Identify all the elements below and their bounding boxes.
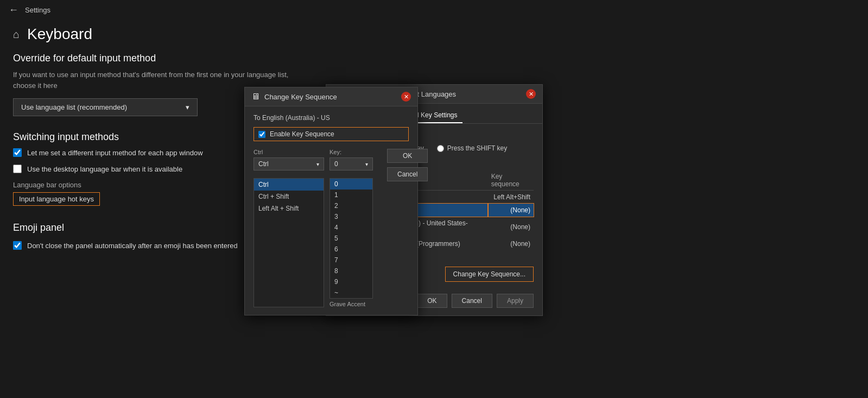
input-language-hot-keys-link[interactable]: Input language hot keys xyxy=(13,192,100,206)
key-dropdown-value: 0 xyxy=(334,160,338,168)
different-input-checkbox[interactable] xyxy=(13,148,22,157)
key-list-item[interactable]: 3 xyxy=(330,211,372,222)
key-list-item[interactable]: 2 xyxy=(330,200,372,211)
table-cell-keyseq: (None) xyxy=(488,237,534,250)
ctrl-selector-group: Ctrl Ctrl ▾ xyxy=(254,149,324,170)
shift-key-label: Press the SHIFT key xyxy=(447,144,507,152)
key-list[interactable]: 0123456789~ xyxy=(330,178,373,299)
key-list-item[interactable]: 0 xyxy=(330,179,372,189)
col-key-seq: Key sequence xyxy=(488,170,534,191)
enable-key-sequence-label: Enable Key Sequence xyxy=(270,130,334,138)
key-list-item[interactable]: 4 xyxy=(330,222,372,233)
change-key-close-button[interactable]: ✕ xyxy=(401,92,411,102)
change-key-title-bar: 🖥 Change Key Sequence ✕ xyxy=(245,87,417,106)
change-key-title-left: 🖥 Change Key Sequence xyxy=(251,92,337,102)
back-button[interactable]: ← xyxy=(9,4,18,16)
desktop-lang-bar-checkbox[interactable] xyxy=(13,165,22,173)
grave-accent-label: Grave Accent xyxy=(330,301,373,307)
key-list-item[interactable]: 7 xyxy=(330,255,372,266)
override-section-title: Override for default input method xyxy=(13,53,302,64)
modifier-list-item[interactable]: Left Alt + Shift xyxy=(254,203,324,214)
change-key-title-text: Change Key Sequence xyxy=(264,93,337,101)
dialog-cancel-button[interactable]: Cancel xyxy=(452,294,492,308)
table-cell-keyseq: Left Alt+Shift xyxy=(488,191,534,204)
change-key-sequence-button[interactable]: Change Key Sequence... xyxy=(445,267,534,282)
enable-key-sequence-row: Enable Key Sequence xyxy=(254,127,409,141)
key-list-item[interactable]: ~ xyxy=(330,287,372,298)
settings-title: Settings xyxy=(25,6,50,14)
key-label: Key: xyxy=(330,149,373,155)
emoji-auto-close-label: Don't close the panel automatically afte… xyxy=(27,242,238,250)
shift-key-radio[interactable] xyxy=(437,145,444,152)
caps-lock-radio-2[interactable]: Press the SHIFT key xyxy=(437,144,507,152)
different-input-label: Let me set a different input method for … xyxy=(27,149,203,157)
page-title: Keyboard xyxy=(27,26,92,43)
change-key-target-label: To English (Australia) - US xyxy=(254,114,409,122)
dialog-close-button[interactable]: ✕ xyxy=(526,89,536,99)
page-header: ⌂ Keyboard xyxy=(0,20,868,53)
language-dropdown[interactable]: Use language list (recommended) ▾ xyxy=(13,98,198,116)
desktop-lang-bar-label: Use the desktop language bar when it is … xyxy=(27,165,182,173)
ctrl-dropdown-value: Ctrl xyxy=(258,160,269,168)
key-list-item[interactable]: 9 xyxy=(330,276,372,287)
dialog-apply-button[interactable]: Apply xyxy=(497,294,534,308)
key-dropdown[interactable]: 0 ▾ xyxy=(330,157,373,170)
modifier-list-item[interactable]: Ctrl xyxy=(254,179,324,191)
key-selectors: Ctrl Ctrl ▾ Key: 0 ▾ xyxy=(254,149,373,170)
change-key-body: To English (Australia) - US Enable Key S… xyxy=(245,106,417,315)
table-cell-keyseq: (None) xyxy=(488,217,534,237)
key-lists-section: CtrlCtrl + ShiftLeft Alt + Shift 0123456… xyxy=(254,178,373,307)
change-key-ok-cancel: OK Cancel xyxy=(387,149,428,181)
key-list-item[interactable]: 5 xyxy=(330,233,372,244)
home-icon[interactable]: ⌂ xyxy=(13,28,20,41)
enable-key-sequence-checkbox[interactable] xyxy=(258,131,265,138)
ctrl-dropdown[interactable]: Ctrl ▾ xyxy=(254,157,324,170)
ctrl-label: Ctrl xyxy=(254,149,324,155)
key-dropdown-arrow-icon: ▾ xyxy=(365,161,368,167)
emoji-auto-close-checkbox[interactable] xyxy=(13,241,22,250)
change-key-cancel-button[interactable]: Cancel xyxy=(387,167,428,181)
language-dropdown-value: Use language list (recommended) xyxy=(21,103,127,111)
key-list-item[interactable]: 6 xyxy=(330,244,372,255)
top-bar: ← Settings xyxy=(0,0,868,20)
change-key-sequence-dialog: 🖥 Change Key Sequence ✕ To English (Aust… xyxy=(244,87,418,315)
ctrl-dropdown-arrow-icon: ▾ xyxy=(316,161,319,167)
modifier-list[interactable]: CtrlCtrl + ShiftLeft Alt + Shift xyxy=(254,178,324,307)
key-list-item[interactable]: 1 xyxy=(330,189,372,200)
key-list-item[interactable]: 8 xyxy=(330,266,372,276)
change-key-ok-button[interactable]: OK xyxy=(387,149,428,163)
dialog-ok-button[interactable]: OK xyxy=(417,294,447,308)
dropdown-chevron-icon: ▾ xyxy=(186,103,189,111)
change-key-dialog-icon: 🖥 xyxy=(251,92,260,102)
modifier-list-item[interactable]: Ctrl + Shift xyxy=(254,191,324,203)
table-cell-keyseq: (None) xyxy=(488,204,534,217)
key-selector-group: Key: 0 ▾ xyxy=(330,149,373,170)
